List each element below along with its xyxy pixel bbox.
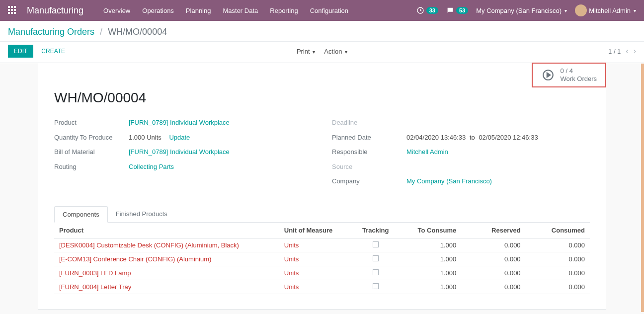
discuss-button[interactable]: 53: [446, 6, 468, 14]
responsible-link[interactable]: Mitchell Admin: [406, 148, 448, 156]
create-button[interactable]: CREATE: [39, 45, 67, 58]
th-to-consume[interactable]: To Consume: [397, 223, 461, 238]
pager-prev[interactable]: ‹: [626, 47, 628, 56]
user-menu[interactable]: Mitchell Admin ▾: [575, 4, 636, 16]
apps-icon[interactable]: [8, 6, 17, 15]
th-reserved[interactable]: Reserved: [461, 223, 525, 238]
company-link[interactable]: My Company (San Francisco): [406, 177, 492, 185]
deadline-label: Deadline: [332, 118, 406, 128]
nav-planning[interactable]: Planning: [186, 7, 211, 14]
row-consumed: 0.000: [526, 280, 590, 294]
row-tracking-checkbox[interactable]: [373, 269, 379, 275]
bom-link[interactable]: [FURN_0789] Individual Workplace: [129, 148, 230, 156]
breadcrumb-sep: /: [97, 27, 105, 37]
stat-count: 0 / 4: [561, 67, 597, 75]
row-product-link[interactable]: [FURN_0003] LED Lamp: [59, 269, 131, 277]
breadcrumb-root[interactable]: Manufacturing Orders: [8, 27, 94, 37]
clock-icon: [416, 6, 424, 14]
row-tracking-checkbox[interactable]: [373, 241, 379, 247]
form-sheet: 0 / 4 Work Orders WH/MO/00004 Product [F…: [38, 63, 606, 310]
product-link[interactable]: [FURN_0789] Individual Workplace: [129, 119, 230, 126]
row-reserved: 0.000: [461, 266, 525, 280]
planned-label: Planned Date: [332, 133, 406, 143]
nav-configuration[interactable]: Configuration: [310, 7, 348, 14]
source-label: Source: [332, 162, 406, 172]
caret-down-icon: ▾: [564, 8, 567, 13]
table-row[interactable]: [E-COM13] Conference Chair (CONFIG) (Alu…: [54, 252, 590, 266]
row-tracking-checkbox[interactable]: [373, 255, 379, 261]
row-product-link[interactable]: [DESK0004] Customizable Desk (CONFIG) (A…: [59, 241, 239, 249]
th-tracking[interactable]: Tracking: [354, 223, 397, 238]
pager-next[interactable]: ›: [634, 47, 636, 56]
pager-text: 1 / 1: [608, 48, 621, 55]
row-uom: Units: [284, 241, 299, 249]
tabs: Components Finished Products: [54, 206, 590, 223]
fields-grid: Product [FURN_0789] Individual Workplace…: [54, 118, 590, 191]
chat-icon: [446, 6, 454, 14]
user-name: Mitchell Admin: [589, 7, 631, 14]
stat-button-box: 0 / 4 Work Orders: [532, 63, 606, 87]
tab-finished-products[interactable]: Finished Products: [108, 206, 175, 222]
routing-link[interactable]: Collecting Parts: [129, 163, 174, 170]
row-tracking-checkbox[interactable]: [373, 283, 379, 289]
stat-text: 0 / 4 Work Orders: [561, 67, 597, 82]
activity-button[interactable]: 33: [416, 6, 438, 14]
th-uom[interactable]: Unit of Measure: [279, 223, 354, 238]
activity-count: 33: [426, 7, 438, 14]
discuss-count: 53: [456, 7, 468, 14]
record-title: WH/MO/00004: [54, 90, 590, 106]
row-product-link[interactable]: [E-COM13] Conference Chair (CONFIG) (Alu…: [59, 255, 211, 263]
toolbar-center: Print ▾ Action ▾: [297, 48, 347, 55]
toolbar: EDIT CREATE Print ▾ Action ▾ 1 / 1 ‹ ›: [0, 42, 644, 63]
table-row[interactable]: [FURN_0003] LED LampUnits1.0000.0000.000: [54, 266, 590, 280]
print-dropdown[interactable]: Print ▾: [297, 48, 315, 55]
row-reserved: 0.000: [461, 252, 525, 266]
avatar: [575, 4, 587, 16]
row-to-consume: 1.000: [397, 238, 461, 252]
row-reserved: 0.000: [461, 238, 525, 252]
row-to-consume: 1.000: [397, 252, 461, 266]
fields-right: Deadline Planned Date 02/04/2020 13:46:3…: [332, 118, 590, 191]
caret-down-icon: ▾: [313, 49, 315, 55]
play-circle-icon: [542, 69, 555, 81]
table-row[interactable]: [FURN_0004] Letter TrayUnits1.0000.0000.…: [54, 280, 590, 294]
planned-to-word: to: [468, 134, 477, 141]
nav-operations[interactable]: Operations: [142, 7, 174, 14]
tab-components[interactable]: Components: [54, 206, 108, 223]
planned-from: 02/04/2020 13:46:33: [406, 134, 466, 141]
company-switcher[interactable]: My Company (San Francisco) ▾: [476, 7, 567, 14]
routing-label: Routing: [54, 162, 129, 172]
qty-value: 1.000 Units: [129, 134, 161, 141]
nav-reporting[interactable]: Reporting: [270, 7, 298, 14]
work-orders-stat-button[interactable]: 0 / 4 Work Orders: [532, 63, 606, 87]
breadcrumb-current: WH/MO/00004: [108, 27, 167, 37]
row-uom: Units: [284, 255, 299, 263]
nav-master-data[interactable]: Master Data: [223, 7, 258, 14]
pager: 1 / 1 ‹ ›: [608, 47, 636, 56]
nav-overview[interactable]: Overview: [103, 7, 130, 14]
breadcrumb-row: Manufacturing Orders / WH/MO/00004: [0, 21, 644, 42]
qty-update-link[interactable]: Update: [169, 134, 190, 141]
stat-label: Work Orders: [561, 75, 597, 83]
edit-button[interactable]: EDIT: [8, 45, 33, 58]
row-consumed: 0.000: [526, 252, 590, 266]
breadcrumb: Manufacturing Orders / WH/MO/00004: [8, 27, 636, 37]
nav-menu: Overview Operations Planning Master Data…: [103, 7, 348, 14]
row-uom: Units: [284, 269, 299, 277]
row-to-consume: 1.000: [397, 266, 461, 280]
scroll-indicator: [641, 64, 644, 310]
th-consumed[interactable]: Consumed: [526, 223, 590, 238]
caret-down-icon: ▾: [345, 49, 347, 55]
caret-down-icon: ▾: [634, 8, 636, 13]
row-reserved: 0.000: [461, 280, 525, 294]
nav-right: 33 53 My Company (San Francisco) ▾ Mitch…: [416, 4, 636, 16]
bom-label: Bill of Material: [54, 147, 129, 157]
row-product-link[interactable]: [FURN_0004] Letter Tray: [59, 283, 131, 291]
table-row[interactable]: [DESK0004] Customizable Desk (CONFIG) (A…: [54, 238, 590, 252]
qty-label: Quantity To Produce: [54, 133, 129, 143]
brand-title[interactable]: Manufacturing: [27, 5, 83, 16]
sheet-bg: 0 / 4 Work Orders WH/MO/00004 Product [F…: [0, 63, 644, 310]
row-to-consume: 1.000: [397, 280, 461, 294]
th-product[interactable]: Product: [54, 223, 279, 238]
action-dropdown[interactable]: Action ▾: [324, 48, 347, 55]
